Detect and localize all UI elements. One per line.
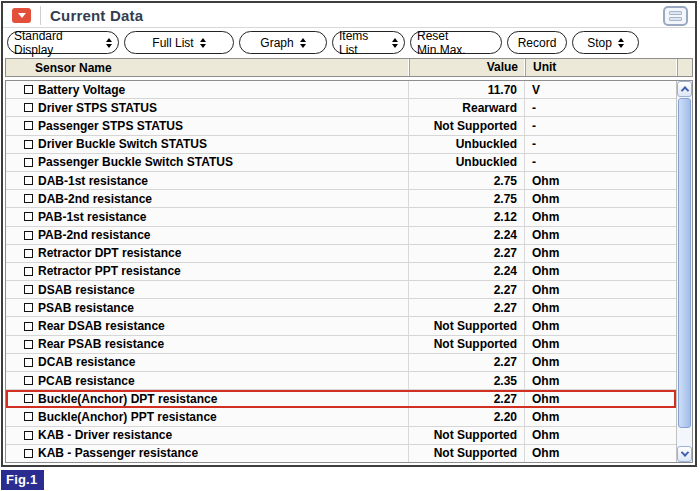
toolbar-button-full-list[interactable]: Full List xyxy=(124,31,234,54)
row-checkbox[interactable] xyxy=(24,394,33,403)
sensor-unit: Ohm xyxy=(524,263,676,280)
table-row[interactable]: Rear PSAB resistanceNot SupportedOhm xyxy=(6,336,676,354)
table-row[interactable]: KAB - Driver resistanceNot SupportedOhm xyxy=(6,427,676,445)
sensor-unit: Ohm xyxy=(524,317,676,334)
toolbar-button-label: Standard Display xyxy=(14,29,100,57)
sensor-unit: - xyxy=(524,99,676,116)
table-row[interactable]: Rear DSAB resistanceNot SupportedOhm xyxy=(6,317,676,335)
row-checkbox[interactable] xyxy=(24,303,33,312)
table-row[interactable]: PAB-2nd resistance2.24Ohm xyxy=(6,227,676,245)
table-row[interactable]: DAB-1st resistance2.75Ohm xyxy=(6,172,676,190)
row-checkbox[interactable] xyxy=(24,140,33,149)
sensor-unit: Ohm xyxy=(524,172,676,189)
scrollbar-thumb[interactable] xyxy=(678,98,691,428)
row-checkbox[interactable] xyxy=(24,412,33,421)
table-row[interactable]: Driver STPS STATUSRearward- xyxy=(6,99,676,117)
sensor-unit: Ohm xyxy=(524,372,676,389)
scrollbar-track[interactable] xyxy=(677,429,692,446)
row-checkbox[interactable] xyxy=(24,249,33,258)
vertical-scrollbar[interactable] xyxy=(676,81,692,462)
sensor-name-cell: DAB-1st resistance xyxy=(6,172,408,189)
table-row[interactable]: Driver Buckle Switch STATUSUnbuckled- xyxy=(6,136,676,154)
row-checkbox[interactable] xyxy=(24,431,33,440)
table-row[interactable]: DCAB resistance2.27Ohm xyxy=(6,354,676,372)
sensor-unit: Ohm xyxy=(524,190,676,207)
table-row[interactable]: Battery Voltage11.70V xyxy=(6,81,676,99)
toolbar-button-items-list[interactable]: Items List xyxy=(332,31,405,54)
table-row[interactable]: DSAB resistance2.27Ohm xyxy=(6,281,676,299)
row-checkbox[interactable] xyxy=(24,85,33,94)
row-checkbox[interactable] xyxy=(24,376,33,385)
sensor-unit: Ohm xyxy=(524,390,676,407)
sensor-table: Sensor Name Value Unit Battery Voltage11… xyxy=(5,58,693,463)
table-row[interactable]: PSAB resistance2.27Ohm xyxy=(6,299,676,317)
up-down-arrows-icon xyxy=(392,38,398,48)
row-checkbox[interactable] xyxy=(24,103,33,112)
sensor-name-cell: Driver Buckle Switch STATUS xyxy=(6,136,408,153)
sensor-unit: Ohm xyxy=(524,445,676,462)
row-checkbox[interactable] xyxy=(24,212,33,221)
sensor-value: 2.35 xyxy=(408,372,524,389)
column-header-sensor-name[interactable]: Sensor Name xyxy=(6,61,409,75)
sensor-value: 2.75 xyxy=(408,172,524,189)
window-stack-icon xyxy=(669,11,682,15)
window-stack-button[interactable] xyxy=(663,6,688,26)
row-checkbox[interactable] xyxy=(24,158,33,167)
sensor-name-cell: DSAB resistance xyxy=(6,281,408,298)
table-row[interactable]: Passenger Buckle Switch STATUSUnbuckled- xyxy=(6,154,676,172)
row-checkbox[interactable] xyxy=(24,449,33,458)
sensor-name-cell: PAB-1st resistance xyxy=(6,208,408,225)
row-checkbox[interactable] xyxy=(24,194,33,203)
column-header-unit[interactable]: Unit xyxy=(525,59,677,76)
sensor-name-cell: PAB-2nd resistance xyxy=(6,227,408,244)
table-row-highlighted[interactable]: Buckle(Anchor) DPT resistance2.27Ohm xyxy=(6,390,676,408)
sensor-value: 2.20 xyxy=(408,408,524,425)
sensor-name-label: Driver Buckle Switch STATUS xyxy=(38,137,207,151)
row-checkbox[interactable] xyxy=(24,267,33,276)
table-row[interactable]: Buckle(Anchor) PPT resistance2.20Ohm xyxy=(6,408,676,426)
toolbar-button-label: Record xyxy=(518,36,557,50)
row-checkbox[interactable] xyxy=(24,285,33,294)
row-checkbox[interactable] xyxy=(24,121,33,130)
column-header-value[interactable]: Value xyxy=(409,59,525,76)
scroll-up-button[interactable] xyxy=(677,81,692,97)
sensor-value: 2.27 xyxy=(408,299,524,316)
sensor-unit: V xyxy=(524,81,676,98)
toolbar-button-record[interactable]: Record xyxy=(507,31,567,54)
row-checkbox[interactable] xyxy=(24,358,33,367)
sensor-name-cell: DAB-2nd resistance xyxy=(6,190,408,207)
sensor-name-label: KAB - Driver resistance xyxy=(38,428,172,442)
sensor-name-label: DCAB resistance xyxy=(38,355,135,369)
row-checkbox[interactable] xyxy=(24,176,33,185)
row-checkbox[interactable] xyxy=(24,340,33,349)
sensor-name-cell: Battery Voltage xyxy=(6,81,408,98)
toolbar-button-stop[interactable]: Stop xyxy=(572,31,639,54)
toolbar-button-graph[interactable]: Graph xyxy=(239,31,327,54)
table-row[interactable]: KAB - Passenger resistanceNot SupportedO… xyxy=(6,445,676,462)
row-checkbox[interactable] xyxy=(24,322,33,331)
table-row[interactable]: Passenger STPS STATUSNot Supported- xyxy=(6,117,676,135)
scroll-down-button[interactable] xyxy=(677,446,692,462)
titlebar-divider xyxy=(40,6,41,25)
sensor-name-label: Passenger STPS STATUS xyxy=(38,119,183,133)
table-row[interactable]: Retractor DPT resistance2.27Ohm xyxy=(6,245,676,263)
table-row[interactable]: PAB-1st resistance2.12Ohm xyxy=(6,208,676,226)
sensor-value: 2.27 xyxy=(408,245,524,262)
sensor-name-label: DAB-2nd resistance xyxy=(38,192,152,206)
sensor-name-cell: Rear PSAB resistance xyxy=(6,336,408,353)
toolbar-button-standard-display[interactable]: Standard Display xyxy=(7,31,119,54)
window-menu-button[interactable] xyxy=(12,8,31,23)
table-row[interactable]: PCAB resistance2.35Ohm xyxy=(6,372,676,390)
sensor-name-label: Rear DSAB resistance xyxy=(38,319,165,333)
sensor-name-cell: KAB - Passenger resistance xyxy=(6,445,408,462)
sensor-name-label: PAB-1st resistance xyxy=(38,210,147,224)
sensor-value: Unbuckled xyxy=(408,154,524,171)
table-row[interactable]: DAB-2nd resistance2.75Ohm xyxy=(6,190,676,208)
sensor-value: Not Supported xyxy=(408,336,524,353)
sensor-value: 2.12 xyxy=(408,208,524,225)
sensor-name-cell: Rear DSAB resistance xyxy=(6,317,408,334)
toolbar-button-reset-min-max[interactable]: Reset Min.Max. xyxy=(410,31,502,54)
row-checkbox[interactable] xyxy=(24,231,33,240)
sensor-name-label: PSAB resistance xyxy=(38,301,134,315)
table-row[interactable]: Retractor PPT resistance2.24Ohm xyxy=(6,263,676,281)
